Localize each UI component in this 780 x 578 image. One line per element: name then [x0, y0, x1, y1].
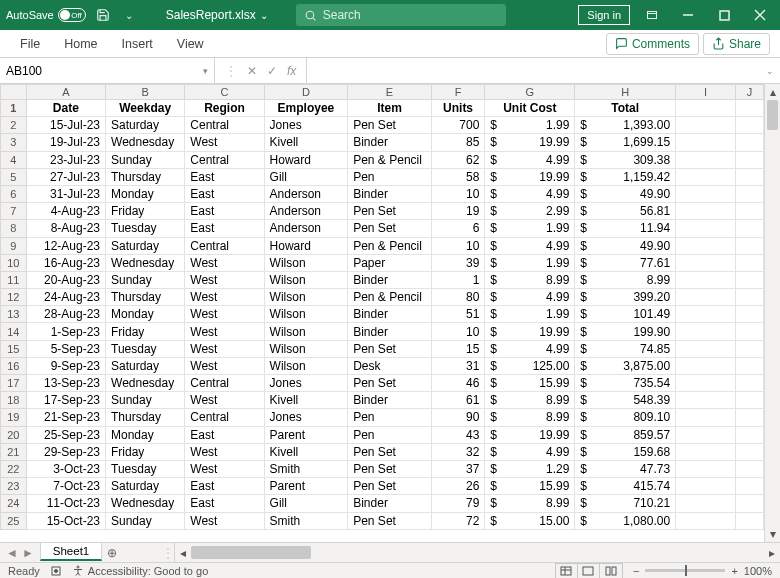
enter-icon[interactable]: ✓	[267, 64, 277, 78]
header-cell[interactable]	[676, 100, 736, 117]
cell[interactable]	[676, 460, 736, 477]
cell[interactable]	[676, 426, 736, 443]
row-header[interactable]: 14	[1, 323, 27, 340]
cell[interactable]: Pen	[348, 409, 432, 426]
cell[interactable]	[736, 460, 764, 477]
normal-view-icon[interactable]	[556, 564, 578, 578]
cell[interactable]: $74.85	[575, 340, 676, 357]
cell[interactable]: West	[185, 460, 264, 477]
cell[interactable]: $8.99	[485, 271, 575, 288]
cell[interactable]: $399.20	[575, 289, 676, 306]
cell[interactable]	[736, 443, 764, 460]
ribbon-display-icon[interactable]	[638, 1, 666, 29]
cell[interactable]: $1,159.42	[575, 168, 676, 185]
maximize-icon[interactable]	[710, 1, 738, 29]
cell[interactable]: Central	[185, 151, 264, 168]
cell[interactable]: West	[185, 392, 264, 409]
cell[interactable]	[676, 443, 736, 460]
cell[interactable]	[676, 375, 736, 392]
cell[interactable]: $4.99	[485, 340, 575, 357]
cell[interactable]: $309.38	[575, 151, 676, 168]
cell[interactable]: $1.99	[485, 220, 575, 237]
cell[interactable]: 9-Sep-23	[26, 357, 105, 374]
cell[interactable]: 19-Jul-23	[26, 134, 105, 151]
cell[interactable]: $11.94	[575, 220, 676, 237]
cell[interactable]: Pen Set	[348, 340, 432, 357]
cell[interactable]: Smith	[264, 460, 348, 477]
cell[interactable]: Wilson	[264, 357, 348, 374]
cell[interactable]: $8.99	[485, 392, 575, 409]
cell[interactable]: 8-Aug-23	[26, 220, 105, 237]
cell[interactable]: $1,393.00	[575, 117, 676, 134]
cell[interactable]: West	[185, 254, 264, 271]
cell[interactable]: 20-Aug-23	[26, 271, 105, 288]
cell[interactable]: $1.99	[485, 117, 575, 134]
cell[interactable]: Howard	[264, 237, 348, 254]
header-cell[interactable]	[736, 100, 764, 117]
header-cell[interactable]: Total	[575, 100, 676, 117]
cell[interactable]: 31-Jul-23	[26, 185, 105, 202]
cell[interactable]: 85	[431, 134, 485, 151]
cell[interactable]: Howard	[264, 151, 348, 168]
zoom-out-icon[interactable]: −	[633, 565, 639, 577]
page-break-view-icon[interactable]	[600, 564, 622, 578]
cell[interactable]: Pen Set	[348, 443, 432, 460]
cell[interactable]: 5-Sep-23	[26, 340, 105, 357]
row-header[interactable]: 16	[1, 357, 27, 374]
cell[interactable]: 43	[431, 426, 485, 443]
select-all-corner[interactable]	[1, 85, 27, 100]
tab-home[interactable]: Home	[54, 33, 107, 55]
cell[interactable]	[736, 134, 764, 151]
cell[interactable]: Desk	[348, 357, 432, 374]
cell[interactable]: Wednesday	[106, 495, 185, 512]
cell[interactable]: Binder	[348, 271, 432, 288]
col-header-E[interactable]: E	[348, 85, 432, 100]
cell[interactable]: 10	[431, 237, 485, 254]
cell[interactable]	[736, 495, 764, 512]
cell[interactable]	[676, 237, 736, 254]
cell[interactable]	[676, 306, 736, 323]
cell[interactable]	[736, 306, 764, 323]
cell[interactable]: Central	[185, 237, 264, 254]
cell[interactable]: $159.68	[575, 443, 676, 460]
cell[interactable]: 17-Sep-23	[26, 392, 105, 409]
col-header-C[interactable]: C	[185, 85, 264, 100]
cell[interactable]	[676, 357, 736, 374]
cell[interactable]: Anderson	[264, 185, 348, 202]
cell[interactable]: Binder	[348, 134, 432, 151]
cell[interactable]: Binder	[348, 323, 432, 340]
cell[interactable]: Monday	[106, 185, 185, 202]
row-header[interactable]: 5	[1, 168, 27, 185]
cell[interactable]: Sunday	[106, 271, 185, 288]
row-header[interactable]: 15	[1, 340, 27, 357]
add-sheet-button[interactable]: ⊕	[102, 543, 122, 562]
autosave-toggle[interactable]: AutoSave Off	[6, 8, 86, 22]
cell[interactable]: 72	[431, 512, 485, 529]
cell[interactable]: $4.99	[485, 151, 575, 168]
cell[interactable]: 15-Oct-23	[26, 512, 105, 529]
cell[interactable]: Tuesday	[106, 460, 185, 477]
cell[interactable]: West	[185, 306, 264, 323]
cell[interactable]: $8.99	[485, 409, 575, 426]
row-header[interactable]: 23	[1, 478, 27, 495]
cell[interactable]: 1-Sep-23	[26, 323, 105, 340]
cell[interactable]: $77.61	[575, 254, 676, 271]
save-icon[interactable]	[94, 6, 112, 24]
cell[interactable]: 1	[431, 271, 485, 288]
cell[interactable]: Monday	[106, 306, 185, 323]
sheet-nav-prev-icon[interactable]: ◄	[6, 546, 18, 560]
scroll-thumb[interactable]	[191, 546, 311, 559]
header-cell[interactable]: Employee	[264, 100, 348, 117]
formula-bar[interactable]: ⌄	[307, 58, 780, 83]
cell[interactable]: Wilson	[264, 271, 348, 288]
cell[interactable]: Friday	[106, 443, 185, 460]
cell[interactable]: $19.99	[485, 134, 575, 151]
cell[interactable]: Kivell	[264, 392, 348, 409]
cell[interactable]: $809.10	[575, 409, 676, 426]
view-switcher[interactable]	[555, 563, 623, 579]
cell[interactable]: $1.99	[485, 254, 575, 271]
cell[interactable]: Anderson	[264, 220, 348, 237]
cell[interactable]: 6	[431, 220, 485, 237]
cell[interactable]	[676, 392, 736, 409]
cell[interactable]	[676, 185, 736, 202]
